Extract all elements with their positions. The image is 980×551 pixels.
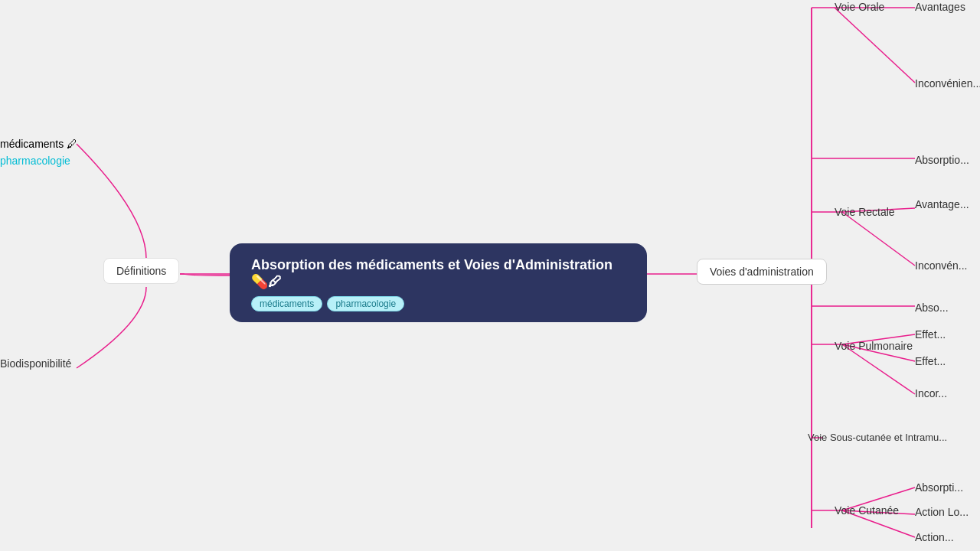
tags-container: médicaments pharmacologie: [251, 296, 626, 311]
tag-medicaments[interactable]: médicaments: [251, 296, 322, 311]
avantages-2-node[interactable]: Avantage...: [915, 197, 969, 211]
action-lo-node[interactable]: Action Lo...: [915, 505, 969, 519]
definitions-node[interactable]: Définitions: [103, 258, 179, 284]
effet-1-node[interactable]: Effet...: [915, 328, 946, 341]
absorpti-cut-node[interactable]: Absorpti...: [915, 481, 963, 494]
absorption-rectale-node[interactable]: Absorptio...: [915, 153, 969, 167]
inconvenients-2-node[interactable]: Inconvén...: [915, 259, 968, 272]
avantages-1-node[interactable]: Avantages: [915, 0, 965, 14]
incor-node[interactable]: Incor...: [915, 386, 947, 400]
tag-pharmacologie[interactable]: pharmacologie: [327, 296, 404, 311]
voie-rectale-node[interactable]: Voie Rectale: [835, 205, 895, 219]
medicaments-label[interactable]: médicaments 🖊: [0, 138, 77, 150]
central-node-title: Absorption des médicaments et Voies d'Ad…: [251, 257, 626, 290]
central-node[interactable]: Absorption des médicaments et Voies d'Ad…: [230, 243, 647, 322]
inconvenients-1-node[interactable]: Inconvénien...: [915, 77, 980, 90]
voie-orale-node[interactable]: Voie Orale: [835, 0, 884, 14]
svg-line-5: [835, 8, 915, 83]
voie-pulmonaire-node[interactable]: Voie Pulmonaire: [835, 339, 913, 353]
pharmacologie-label[interactable]: pharmacologie: [0, 155, 70, 167]
voie-cutanee-node[interactable]: Voie Cutanée: [835, 504, 899, 517]
biodisponibilite-node[interactable]: Biodisponibilité: [0, 357, 71, 370]
mindmap-canvas: médicaments 🖊 pharmacologie Définitions …: [0, 0, 980, 551]
action-bottom-node[interactable]: Action...: [915, 530, 954, 544]
voie-sous-cut-node[interactable]: Voie Sous-cutanée et Intramu...: [808, 430, 947, 444]
voies-admin-node[interactable]: Voies d'administration: [697, 259, 827, 285]
svg-line-9: [842, 212, 915, 266]
effet-2-node[interactable]: Effet...: [915, 354, 946, 368]
abso-pulm-node[interactable]: Abso...: [915, 301, 949, 315]
